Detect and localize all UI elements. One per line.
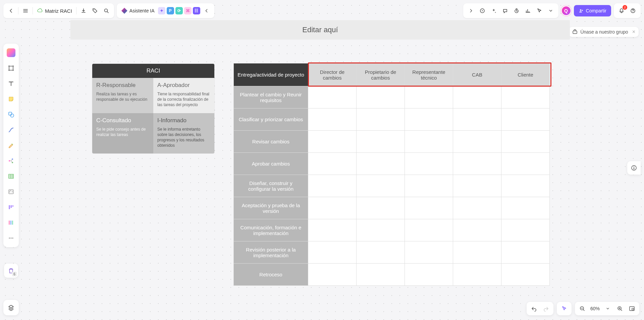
matrix-row-header[interactable]: Comunicación, formación e implementación <box>234 219 308 241</box>
columns-tool[interactable] <box>5 217 17 228</box>
join-group-chip[interactable]: Únase a nuestro grupo × <box>569 27 639 37</box>
chart-button[interactable] <box>523 6 533 16</box>
timer-button[interactable] <box>512 6 522 16</box>
matrix-cell[interactable] <box>308 264 357 286</box>
matrix-cell[interactable] <box>405 108 453 131</box>
matrix-cell[interactable] <box>405 264 453 286</box>
shape-tool[interactable] <box>5 109 17 120</box>
matrix-cell[interactable] <box>501 264 550 286</box>
more-tools-button-left[interactable] <box>5 232 17 244</box>
matrix-cell[interactable] <box>405 131 453 153</box>
matrix-cell[interactable] <box>308 175 357 197</box>
raci-matrix-table[interactable]: Entrega/actividad de proyecto Director d… <box>233 63 550 286</box>
edit-banner[interactable]: Editar aquí <box>70 20 570 40</box>
matrix-cell[interactable] <box>453 197 501 219</box>
matrix-col-header[interactable]: Cliente <box>501 63 550 86</box>
comment-button[interactable] <box>500 6 510 16</box>
notifications-button[interactable]: 2 <box>616 6 627 16</box>
ai-assistant-button[interactable]: Asistente IA <box>119 8 157 14</box>
matrix-cell[interactable] <box>357 153 405 175</box>
ai-collapse-button[interactable] <box>202 6 212 16</box>
connector-tool[interactable] <box>5 124 17 136</box>
tag-button[interactable] <box>90 6 100 16</box>
search-button[interactable] <box>101 6 111 16</box>
matrix-row-header[interactable]: Revisar cambios <box>234 131 308 153</box>
share-button[interactable]: Compartir <box>574 5 611 16</box>
matrix-cell[interactable] <box>453 108 501 131</box>
matrix-cell[interactable] <box>405 86 453 108</box>
matrix-col-header[interactable]: Director de cambios <box>308 63 357 86</box>
menu-button[interactable] <box>20 6 31 16</box>
ai-chip-2[interactable]: P <box>167 7 174 14</box>
ai-chip-3[interactable]: ⟳ <box>175 7 183 14</box>
matrix-row-header[interactable]: Diseñar, construir y configurar la versi… <box>234 175 308 197</box>
matrix-cell[interactable] <box>501 86 550 108</box>
zoom-in-button[interactable] <box>615 304 625 313</box>
raci-cell-consulted[interactable]: C-Consultado Se le pide consejo antes de… <box>92 113 153 154</box>
raci-legend-card[interactable]: RACI R-Responsable Realiza las tareas y … <box>92 64 214 153</box>
matrix-cell[interactable] <box>357 131 405 153</box>
forward-button[interactable] <box>466 6 476 16</box>
matrix-cell[interactable] <box>453 175 501 197</box>
matrix-cell[interactable] <box>405 175 453 197</box>
play-button[interactable] <box>477 6 487 16</box>
sticky-note-tool[interactable] <box>5 93 17 105</box>
matrix-cell[interactable] <box>308 197 357 219</box>
matrix-cell[interactable] <box>453 131 501 153</box>
matrix-cell[interactable] <box>357 241 405 264</box>
pen-tool[interactable] <box>5 140 17 151</box>
matrix-cell[interactable] <box>405 219 453 241</box>
matrix-cell[interactable] <box>501 153 550 175</box>
matrix-cell[interactable] <box>501 219 550 241</box>
info-panel-button[interactable] <box>627 161 641 175</box>
matrix-row-header[interactable]: Clasificar y priorizar cambios <box>234 108 308 131</box>
sparkle-button[interactable] <box>489 6 499 16</box>
matrix-cell[interactable] <box>405 197 453 219</box>
matrix-cell[interactable] <box>308 153 357 175</box>
minimap-button[interactable] <box>627 304 637 313</box>
help-button[interactable] <box>628 6 638 16</box>
matrix-row-header[interactable]: Aprobar cambios <box>234 153 308 175</box>
raci-cell-responsible[interactable]: R-Responsable Realiza las tareas y es re… <box>92 78 153 113</box>
pointer-tool-button[interactable] <box>534 6 544 16</box>
matrix-row-header[interactable]: Plantear el cambio y Reunir requisitos <box>234 86 308 108</box>
matrix-cell[interactable] <box>357 197 405 219</box>
table-tool[interactable] <box>5 171 17 182</box>
frame-tool[interactable] <box>5 62 17 74</box>
matrix-cell[interactable] <box>453 241 501 264</box>
matrix-row-header[interactable]: Aceptación y prueba de la versión <box>234 197 308 219</box>
matrix-cell[interactable] <box>453 264 501 286</box>
matrix-cell[interactable] <box>308 219 357 241</box>
matrix-cell[interactable] <box>405 241 453 264</box>
matrix-cell[interactable] <box>453 86 501 108</box>
matrix-cell[interactable] <box>308 108 357 131</box>
matrix-cell[interactable] <box>501 108 550 131</box>
zoom-dropdown-button[interactable] <box>603 304 612 313</box>
matrix-cell[interactable] <box>308 131 357 153</box>
ai-chip-4[interactable]: ⌘ <box>184 7 192 14</box>
matrix-cell[interactable] <box>501 197 550 219</box>
raci-cell-informed[interactable]: I-Informado Se le informa entretanto sob… <box>153 113 214 154</box>
matrix-cell[interactable] <box>453 219 501 241</box>
zoom-level-label[interactable]: 60% <box>590 306 600 311</box>
matrix-col-header[interactable]: Representante técnico <box>405 63 453 86</box>
matrix-cell[interactable] <box>453 153 501 175</box>
matrix-cell[interactable] <box>357 108 405 131</box>
back-button[interactable] <box>6 6 16 16</box>
matrix-cell[interactable] <box>501 131 550 153</box>
matrix-cell[interactable] <box>357 219 405 241</box>
matrix-cell[interactable] <box>357 264 405 286</box>
ai-chip-5[interactable]: ☷ <box>193 7 200 14</box>
ai-chip-1[interactable]: ✦ <box>158 7 165 14</box>
zoom-out-button[interactable] <box>578 304 587 313</box>
raci-cell-accountable[interactable]: A-Aprobador Tiene la responsabilidad fin… <box>153 78 214 113</box>
matrix-col-header[interactable]: CAB <box>453 63 501 86</box>
close-icon[interactable]: × <box>632 29 635 35</box>
trash-dock[interactable]: 6 <box>4 264 18 278</box>
more-tools-button[interactable] <box>546 6 556 16</box>
text-block-tool[interactable] <box>5 186 17 197</box>
matrix-cell[interactable] <box>308 241 357 264</box>
mindmap-tool[interactable] <box>5 155 17 167</box>
matrix-row-header[interactable]: Retroceso <box>234 264 308 286</box>
matrix-corner-header[interactable]: Entrega/actividad de proyecto <box>234 63 308 86</box>
